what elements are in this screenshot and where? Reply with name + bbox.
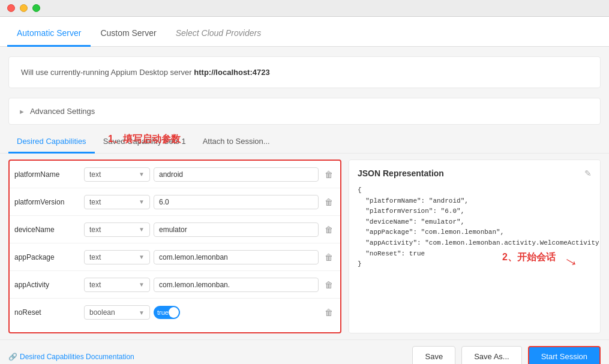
server-info-box: Will use currently-running Appium Deskto… xyxy=(8,56,601,88)
tab-attach-session[interactable]: Attach to Session... xyxy=(194,131,278,154)
link-icon: 🔗 xyxy=(8,353,17,361)
cap-value-platformname[interactable] xyxy=(154,167,319,182)
delete-platformname-icon[interactable]: 🗑 xyxy=(322,167,335,182)
footer: 🔗 Desired Capabilities Documentation Sav… xyxy=(0,339,609,364)
close-button[interactable] xyxy=(7,4,15,12)
noreset-toggle[interactable]: true xyxy=(154,306,180,319)
table-row: platformName text ▼ 🗑 xyxy=(10,161,340,188)
cap-name-apppackage: appPackage xyxy=(14,253,80,261)
cap-value-platformversion[interactable] xyxy=(154,195,319,209)
maximize-button[interactable] xyxy=(32,4,40,12)
chevron-down-icon: ▼ xyxy=(139,198,145,205)
start-session-button[interactable]: Start Session xyxy=(528,346,601,364)
main-content: platformName text ▼ 🗑 platformVersion te… xyxy=(0,154,609,339)
server-tabs: Automatic Server Custom Server Select Cl… xyxy=(0,17,609,47)
save-as-button[interactable]: Save As... xyxy=(461,346,522,364)
toggle-container-noreset: true xyxy=(154,306,319,319)
docs-link-label: Desired Capabilities Documentation xyxy=(20,353,134,361)
cap-type-platformname[interactable]: text ▼ xyxy=(84,167,150,182)
cap-type-appactivity[interactable]: text ▼ xyxy=(84,278,150,292)
chevron-down-icon: ▼ xyxy=(139,254,145,260)
table-row: appActivity text ▼ 🗑 xyxy=(10,271,340,299)
tab-automatic-server[interactable]: Automatic Server xyxy=(7,21,91,47)
annotation-fill-params: 1、填写启动参数 xyxy=(108,133,181,146)
delete-devicename-icon[interactable]: 🗑 xyxy=(322,222,335,237)
table-row: appPackage text ▼ 🗑 xyxy=(10,243,340,271)
table-row: deviceName text ▼ 🗑 xyxy=(10,216,340,243)
save-button[interactable]: Save xyxy=(412,346,455,364)
capability-tabs: Desired Capabilities Saved Capability Se… xyxy=(0,131,609,154)
toggle-label-true: true xyxy=(155,309,169,316)
cap-name-devicename: deviceName xyxy=(14,225,80,234)
advanced-settings[interactable]: ► Advanced Settings xyxy=(8,98,601,125)
capabilities-panel: platformName text ▼ 🗑 platformVersion te… xyxy=(8,160,341,333)
info-prefix: Will use currently-running Appium Deskto… xyxy=(21,68,194,77)
delete-platformversion-icon[interactable]: 🗑 xyxy=(322,195,335,209)
annotation-start-session: 2、开始会话 xyxy=(502,251,556,264)
cap-type-devicename[interactable]: text ▼ xyxy=(84,222,150,237)
tab-desired-capabilities[interactable]: Desired Capabilities xyxy=(8,131,95,154)
chevron-down-icon: ▼ xyxy=(139,309,145,316)
chevron-down-icon: ▼ xyxy=(139,281,145,288)
advanced-settings-label: Advanced Settings xyxy=(30,107,95,116)
cap-value-appactivity[interactable] xyxy=(154,278,319,292)
cap-value-devicename[interactable] xyxy=(154,222,319,237)
json-content: { "platformName": "android", "platformVe… xyxy=(358,185,592,270)
tab-custom-server[interactable]: Custom Server xyxy=(91,21,166,47)
cap-name-noreset: noReset xyxy=(14,308,80,317)
table-row: noReset boolean ▼ true 🗑 xyxy=(10,299,340,326)
footer-actions: Save Save As... Start Session xyxy=(412,346,601,364)
table-row: platformVersion text ▼ 🗑 xyxy=(10,188,340,216)
cap-type-apppackage[interactable]: text ▼ xyxy=(84,250,150,264)
cap-value-apppackage[interactable] xyxy=(154,250,319,264)
json-panel: JSON Representation ✎ { "platformName": … xyxy=(349,160,601,333)
tab-cloud-providers[interactable]: Select Cloud Providers xyxy=(166,21,271,47)
minimize-button[interactable] xyxy=(20,4,28,12)
json-panel-title: JSON Representation xyxy=(358,169,592,178)
cap-type-noreset[interactable]: boolean ▼ xyxy=(84,305,150,320)
chevron-down-icon: ▼ xyxy=(139,171,145,178)
cap-name-platformname: platformName xyxy=(14,170,80,179)
server-url: http://localhost:4723 xyxy=(194,68,269,77)
delete-appactivity-icon[interactable]: 🗑 xyxy=(322,278,335,292)
docs-link[interactable]: 🔗 Desired Capabilities Documentation xyxy=(8,353,134,361)
toggle-knob xyxy=(169,307,179,318)
delete-noreset-icon[interactable]: 🗑 xyxy=(322,305,335,320)
delete-apppackage-icon[interactable]: 🗑 xyxy=(322,250,335,264)
chevron-right-icon: ► xyxy=(19,108,25,115)
edit-icon[interactable]: ✎ xyxy=(584,169,592,178)
cap-type-platformversion[interactable]: text ▼ xyxy=(84,195,150,209)
chevron-down-icon: ▼ xyxy=(139,226,145,233)
titlebar xyxy=(0,0,609,17)
cap-name-platformversion: platformVersion xyxy=(14,198,80,206)
cap-name-appactivity: appActivity xyxy=(14,281,80,289)
